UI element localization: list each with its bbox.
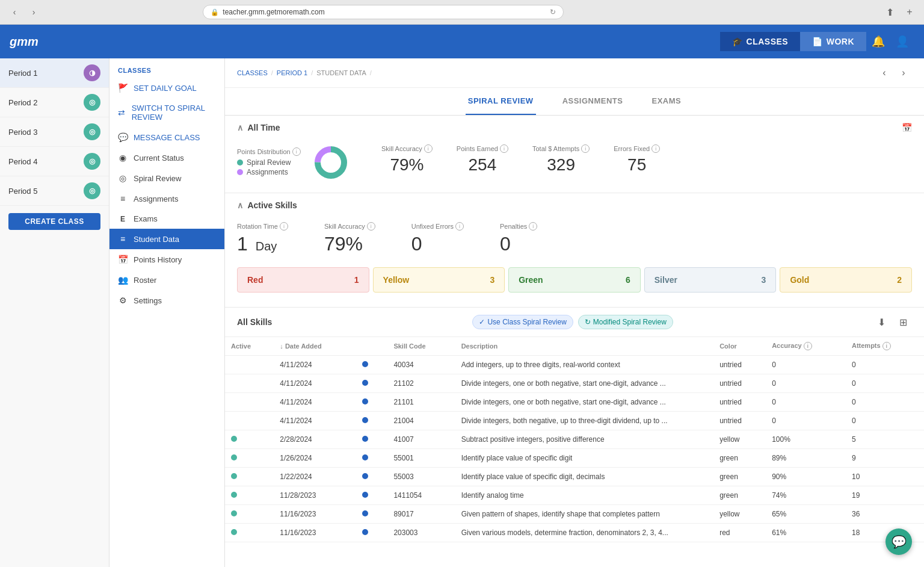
settings-item[interactable]: ⚙ Settings: [109, 290, 224, 311]
breadcrumb-classes[interactable]: CLASSES: [237, 69, 268, 76]
spiral-review-tab[interactable]: SPIRAL REVIEW: [466, 88, 536, 115]
rotation-time-stat: Rotation Time i 1 Day: [237, 222, 288, 255]
green-band[interactable]: Green 6: [508, 267, 641, 293]
classes-nav-button[interactable]: 🎓 CLASSES: [720, 32, 800, 51]
table-row[interactable]: 2/28/202441007Subtract positive integers…: [225, 430, 924, 449]
skill-dot: [362, 436, 368, 442]
back-button[interactable]: ‹: [7, 5, 22, 19]
student-data-item[interactable]: ≡ Student Data: [109, 229, 224, 249]
points-history-item[interactable]: 📅 Points History: [109, 249, 224, 270]
table-row[interactable]: 11/16/2023203003Given various models, de…: [225, 524, 924, 542]
red-band[interactable]: Red 1: [237, 267, 369, 293]
unfixed-errors-value: 0: [411, 233, 464, 255]
accuracy-cell: 0: [766, 393, 846, 412]
accuracy-info[interactable]: i: [804, 342, 812, 350]
gold-band[interactable]: Gold 2: [780, 267, 912, 293]
next-arrow[interactable]: ›: [895, 64, 912, 81]
period-5-item[interactable]: Period 5 ◎: [0, 176, 109, 206]
grid-view-button[interactable]: ⊞: [895, 314, 912, 330]
create-class-button[interactable]: CREATE CLASS: [8, 213, 100, 230]
modified-spiral-chip[interactable]: ↻ Modified Spiral Review: [578, 315, 673, 329]
period-4-item[interactable]: Period 4 ◎: [0, 147, 109, 176]
yellow-band-label: Yellow: [383, 275, 410, 285]
description-cell: Identify place value of specific digit, …: [455, 468, 714, 486]
table-row[interactable]: 11/16/202389017Given pattern of shapes, …: [225, 505, 924, 524]
profile-button[interactable]: 👤: [890, 29, 914, 54]
accuracy-cell: 100%: [766, 430, 846, 449]
exams-tab[interactable]: EXAMS: [649, 88, 683, 115]
switch-spiral-item[interactable]: ⇄ SWITCH TO SPIRAL REVIEW: [109, 98, 224, 127]
points-dist-info[interactable]: i: [292, 147, 301, 156]
class-spiral-label: Use Class Spiral Review: [487, 318, 566, 326]
skill-dot: [362, 361, 368, 367]
table-row[interactable]: 4/11/202421101Divide integers, one or bo…: [225, 393, 924, 412]
app-header: gmm 🎓 CLASSES 📄 WORK 🔔 👤: [0, 25, 924, 58]
silver-band[interactable]: Silver 3: [644, 267, 777, 293]
attempts-info[interactable]: i: [882, 342, 891, 350]
chat-button[interactable]: 💬: [886, 528, 912, 555]
yellow-band[interactable]: Yellow 3: [373, 267, 505, 293]
main-content: CLASSES / PERIOD 1 / STUDENT DATA / ‹ › …: [225, 58, 924, 567]
assignments-tab[interactable]: ASSIGNMENTS: [560, 88, 626, 115]
period-3-item[interactable]: Period 3 ◎: [0, 117, 109, 147]
main-layout: Period 1 ◑ Period 2 ◎ Period 3 ◎ Period …: [0, 58, 924, 567]
settings-label: Settings: [134, 296, 162, 305]
rotation-time-value: 1 Day: [237, 233, 288, 255]
period-2-item[interactable]: Period 2 ◎: [0, 88, 109, 117]
active-skill-accuracy-info[interactable]: i: [367, 222, 375, 231]
settings-icon: ⚙: [118, 296, 128, 305]
download-button[interactable]: ⬇: [873, 314, 890, 330]
message-class-item[interactable]: 💬 MESSAGE CLASS: [109, 127, 224, 147]
period-1-item[interactable]: Period 1 ◑: [0, 58, 109, 88]
table-row[interactable]: 1/26/202455001Identify place value of sp…: [225, 449, 924, 468]
skill-dot: [362, 380, 368, 386]
unfixed-errors-info[interactable]: i: [455, 222, 464, 231]
breadcrumb-sep1: /: [271, 69, 273, 76]
table-row[interactable]: 4/11/202440034Add integers, up to three …: [225, 356, 924, 374]
table-row[interactable]: 11/28/20231411054Identify analog timegre…: [225, 486, 924, 505]
period-5-label: Period 5: [8, 187, 37, 196]
table-row[interactable]: 1/22/202455003Identify place value of sp…: [225, 468, 924, 486]
accuracy-cell: 61%: [766, 524, 846, 542]
prev-arrow[interactable]: ‹: [876, 64, 893, 81]
exams-item[interactable]: E Exams: [109, 209, 224, 229]
skill-code-cell: 203003: [387, 524, 455, 542]
skill-code-cell: 21102: [387, 374, 455, 393]
forward-button[interactable]: ›: [26, 5, 41, 19]
notifications-button[interactable]: 🔔: [866, 29, 890, 54]
accuracy-cell: 74%: [766, 486, 846, 505]
date-added-header[interactable]: ↓ Date Added: [274, 337, 356, 356]
calendar-icon[interactable]: 📅: [902, 123, 912, 132]
assignments-legend: Assignments: [237, 168, 301, 176]
table-row[interactable]: 4/11/202421102Divide integers, one or bo…: [225, 374, 924, 393]
date-cell: 11/16/2023: [274, 524, 356, 542]
share-button[interactable]: ⬆: [883, 5, 898, 19]
chevron-up-icon: ∧: [237, 123, 243, 132]
table-row[interactable]: 4/11/202421004Divide integers, both nega…: [225, 412, 924, 430]
rotation-time-info[interactable]: i: [280, 222, 288, 231]
url-bar[interactable]: 🔒 teacher.gmm.getmoremath.com ↻: [203, 5, 564, 19]
class-spiral-chip[interactable]: ✓ Use Class Spiral Review: [472, 315, 573, 329]
description-cell: Identify place value of specific digit: [455, 449, 714, 468]
table-header-row: Active ↓ Date Added Skill Code Descripti…: [225, 337, 924, 356]
current-status-item[interactable]: ◉ Current Status: [109, 147, 224, 168]
skill-dot: [362, 417, 368, 423]
points-earned-info[interactable]: i: [500, 144, 508, 153]
spiral-review-item[interactable]: ◎ Spiral Review: [109, 168, 224, 188]
assignments-item[interactable]: ≡ Assignments: [109, 188, 224, 209]
roster-item[interactable]: 👥 Roster: [109, 270, 224, 290]
work-nav-button[interactable]: 📄 WORK: [800, 32, 866, 51]
total-attempts-info[interactable]: i: [581, 144, 590, 153]
donut-chart: [313, 144, 349, 181]
active-skill-accuracy-value: 79%: [324, 233, 375, 255]
penalties-info[interactable]: i: [529, 222, 537, 231]
skill-accuracy-info[interactable]: i: [424, 144, 433, 153]
color-cell: yellow: [713, 430, 766, 449]
active-dot: [231, 436, 237, 442]
errors-fixed-info[interactable]: i: [651, 144, 660, 153]
attempts-cell: 10: [846, 468, 924, 486]
set-daily-goal-item[interactable]: 🚩 SET DAILY GOAL: [109, 78, 224, 98]
new-tab-button[interactable]: +: [902, 5, 917, 19]
breadcrumb-period1[interactable]: PERIOD 1: [277, 69, 307, 76]
penalties-value: 0: [500, 233, 537, 255]
